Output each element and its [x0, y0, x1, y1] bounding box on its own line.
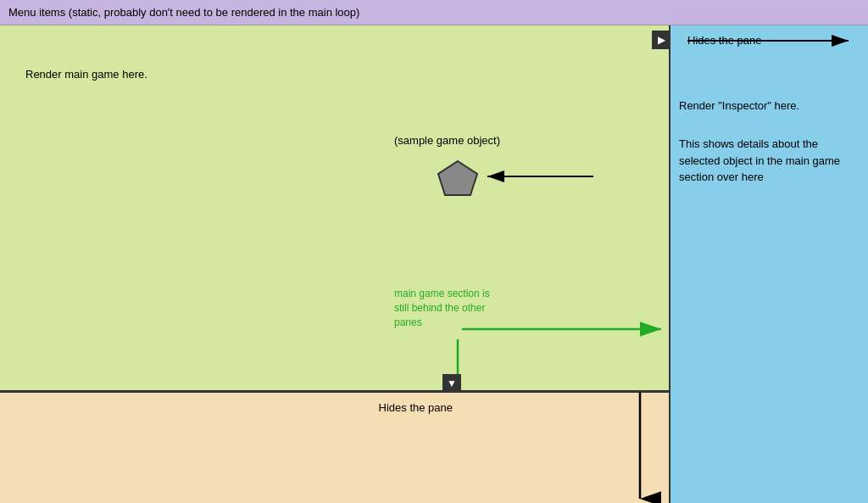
- menu-bar-label: Menu items (static, probably don't need …: [8, 6, 359, 19]
- inspector-label: Render "Inspector" here.: [679, 98, 799, 115]
- pentagon-shape: [437, 157, 479, 199]
- down-arrow-icon: ▼: [447, 377, 457, 389]
- main-area: Render main game here. (sample game obje…: [0, 25, 868, 503]
- right-arrow-icon: ▶: [658, 34, 665, 46]
- right-pane-toggle-button[interactable]: ▶: [652, 31, 670, 49]
- hides-pane-bottom-label: Hides the pane: [379, 401, 453, 414]
- sample-game-object-label: (sample game object): [394, 134, 500, 147]
- green-label: main game section is still behind the ot…: [394, 287, 496, 329]
- hides-pane-right-label: Hides the pane: [687, 34, 761, 47]
- bottom-pane-toggle-button[interactable]: ▼: [442, 374, 461, 393]
- right-pane: ▶ Hides the pane Render "Inspector" here…: [669, 25, 868, 503]
- menu-bar: Menu items (static, probably don't need …: [0, 0, 868, 25]
- inspector-details: This shows details about the selected ob…: [679, 136, 857, 186]
- bottom-pane: ▼ Hides the pane: [0, 393, 669, 503]
- render-main-label: Render main game here.: [25, 68, 147, 81]
- bottom-pane-arrows: [0, 393, 669, 503]
- main-game-area: Render main game here. (sample game obje…: [0, 25, 669, 393]
- left-section: Render main game here. (sample game obje…: [0, 25, 669, 503]
- svg-marker-0: [438, 161, 477, 195]
- right-pane-inner: ▶ Hides the pane Render "Inspector" here…: [670, 25, 868, 503]
